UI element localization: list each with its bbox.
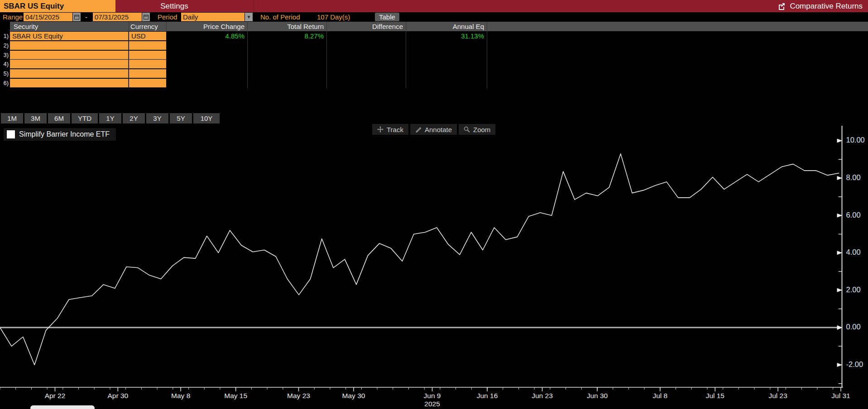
- x-axis-label: May 30: [342, 392, 365, 399]
- x-axis-label: Jul 31: [831, 392, 850, 399]
- zero-line: [0, 327, 838, 328]
- y-axis-label: 8.00: [846, 173, 861, 181]
- x-axis-label: Apr 22: [45, 392, 66, 399]
- x-axis-label: Apr 30: [107, 392, 128, 399]
- x-axis-label: Jul 8: [652, 392, 667, 399]
- x-axis-year-label: 2025: [424, 400, 440, 408]
- y-axis-label: 6.00: [846, 211, 861, 219]
- y-axis-label: 4.00: [846, 248, 861, 256]
- x-axis-label: Jul 23: [768, 392, 787, 399]
- x-axis-label: Jun 9: [424, 392, 441, 399]
- x-axis-label: May 23: [287, 392, 310, 399]
- x-axis-label: Jun 30: [587, 392, 608, 399]
- x-axis-label: Jun 23: [532, 392, 553, 399]
- returns-line-chart[interactable]: 10.008.006.004.002.000.00-2.00Apr 22Apr …: [0, 0, 868, 409]
- bottom-edge-fragment: [30, 405, 95, 409]
- bloomberg-comparative-returns-window: SBAR US Equity Settings Comparative Retu…: [0, 0, 868, 409]
- y-axis-label: -2.00: [846, 360, 863, 368]
- x-axis-label: May 8: [171, 392, 190, 399]
- x-axis-label: Jul 15: [706, 392, 724, 399]
- y-axis-label: 10.00: [846, 136, 865, 144]
- y-axis-label: 0.00: [846, 323, 861, 331]
- series-line: [0, 154, 839, 365]
- x-axis-label: Jun 16: [477, 392, 498, 399]
- y-axis-label: 2.00: [846, 285, 861, 294]
- x-axis-label: May 15: [224, 392, 247, 399]
